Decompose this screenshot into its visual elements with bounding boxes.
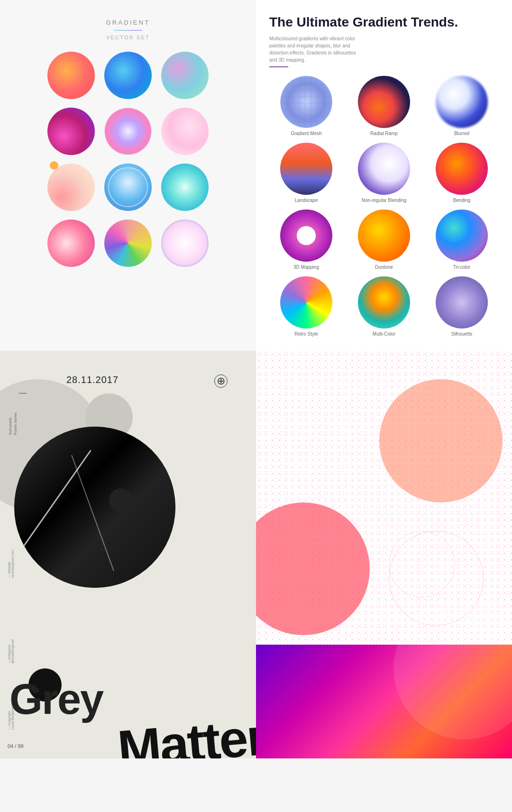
style-3d-mapping: 3D Mapping xyxy=(269,210,343,270)
style-blurred: Blurred xyxy=(425,76,499,136)
circle-purple-pink xyxy=(47,108,95,155)
circle-soft-pink xyxy=(161,108,209,155)
circle-teal xyxy=(161,164,209,211)
circle-white-ring xyxy=(161,219,209,267)
style-silhouette: Silhouette xyxy=(425,276,499,337)
radial-ramp-label: Radial Ramp xyxy=(370,131,398,136)
landscape-label: Landscape xyxy=(295,198,318,203)
trends-description: Multicoloured gradients with vibrant col… xyxy=(269,35,364,64)
panel-title: GRADIENT xyxy=(106,19,150,26)
br-ring-small xyxy=(389,531,455,597)
style-radial-ramp: Radial Ramp xyxy=(347,76,421,136)
styles-grid: Gradient Mesh Radial Ramp Blurred Landsc… xyxy=(269,76,499,337)
poster-circle-inner xyxy=(14,427,175,588)
circle-pink xyxy=(47,219,95,267)
retro-label: Retro Style xyxy=(294,331,318,337)
multicolor-label: Multi-Color xyxy=(373,331,395,337)
style-non-regular: Non-regular Blending xyxy=(347,143,421,203)
circle-blue-splash xyxy=(104,164,152,211)
style-landscape: Landscape xyxy=(269,143,343,203)
blurred-circle xyxy=(436,76,488,128)
gradient-vector-set-panel: GRADIENT VECTOR SET xyxy=(0,0,256,351)
style-multicolor: Multi-Color xyxy=(347,276,421,337)
poster-grey-title: Grey xyxy=(9,678,103,721)
poster-series-label: Just pixelsPoster Series xyxy=(8,412,18,435)
landscape-circle xyxy=(280,143,332,195)
style-tricolor: Tri-color xyxy=(425,210,499,270)
circle-orange-burst xyxy=(47,164,95,211)
poster-page-number: 04 / 99 xyxy=(8,743,24,749)
silhouette-circle xyxy=(436,276,488,328)
non-regular-label: Non-regular Blending xyxy=(362,198,407,203)
style-duotone: Duotone xyxy=(347,210,421,270)
style-retro: Retro Style xyxy=(269,276,343,337)
style-bending: Bending xyxy=(425,143,499,203)
poster-dash: — xyxy=(19,389,27,397)
title-divider xyxy=(114,30,142,31)
circle-teal-pink xyxy=(161,52,209,99)
style-gradient-mesh: Gradient Mesh xyxy=(269,76,343,136)
gradient-trends-panel: The Ultimate Gradient Trends. Multicolou… xyxy=(256,0,512,351)
radial-ramp-circle xyxy=(358,76,410,128)
duotone-label: Duotone xyxy=(375,265,393,270)
duotone-circle xyxy=(358,210,410,262)
circle-blue xyxy=(104,52,152,99)
panel-subtitle: VECTOR SET xyxy=(106,35,150,40)
br-orange-circle xyxy=(379,379,503,502)
poster-line-1 xyxy=(14,450,91,567)
circle-swirl xyxy=(104,108,152,155)
poster-instagram: — Instagram@lucasberghoef xyxy=(8,639,14,664)
retro-circle xyxy=(280,276,332,328)
tricolor-circle xyxy=(436,210,488,262)
trends-heading: The Ultimate Gradient Trends. xyxy=(269,14,499,30)
poster-main-circle xyxy=(14,427,175,588)
3d-mapping-label: 3D Mapping xyxy=(293,265,319,270)
3d-mapping-circle xyxy=(280,210,332,262)
circle-conic xyxy=(104,219,152,267)
gradient-mesh-circle xyxy=(280,76,332,128)
gradient-band xyxy=(256,645,512,758)
poster-small-dark-circle xyxy=(109,488,133,512)
trends-divider xyxy=(269,66,288,67)
abstract-shapes-panel xyxy=(256,351,512,758)
tricolor-label: Tri-color xyxy=(453,265,470,270)
gradient-mesh-label: Gradient Mesh xyxy=(291,131,322,136)
bending-circle xyxy=(436,143,488,195)
poster-plus-icon: ⊕ xyxy=(214,374,228,388)
circles-grid xyxy=(45,52,211,267)
poster-website: — Websitelucasberghoef.com xyxy=(8,550,14,578)
multicolor-circle xyxy=(358,276,410,328)
poster-date: 28.11.2017 xyxy=(66,374,119,385)
blurred-label: Blurred xyxy=(454,131,469,136)
poster-matter-title: Matter xyxy=(115,706,256,758)
poster-panel: — 28.11.2017 ⊕ Just pixelsPoster Series … xyxy=(0,351,256,758)
silhouette-label: Silhouette xyxy=(451,331,472,337)
main-grid: GRADIENT VECTOR SET The Ultimate Gradien… xyxy=(0,0,512,758)
non-regular-circle xyxy=(358,143,410,195)
poster-line-2 xyxy=(71,455,114,571)
bending-label: Bending xyxy=(453,198,471,203)
circle-orange-pink xyxy=(47,52,95,99)
